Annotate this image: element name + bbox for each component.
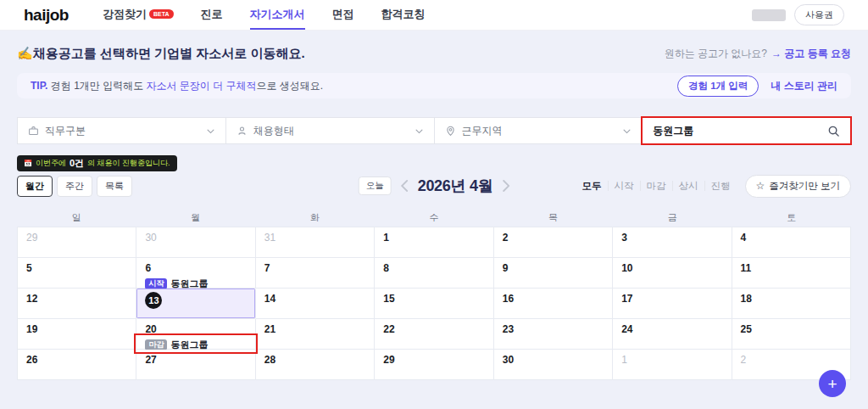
header-row: ✍️채용공고를 선택하면 기업별 자소서로 이동해요. 원하는 공고가 없나요?… — [17, 44, 851, 63]
calendar-cell[interactable]: 13 — [136, 289, 255, 319]
chevron-down-icon — [622, 126, 632, 136]
favorites-only-label: 즐겨찾기만 보기 — [769, 180, 840, 193]
status-filter-상시[interactable]: 상시 — [672, 181, 704, 191]
calendar-cell[interactable]: 28 — [256, 350, 375, 380]
calendar-cell[interactable]: 4 — [732, 227, 851, 258]
date-number: 23 — [503, 322, 612, 336]
calendar-cell[interactable]: 2 — [494, 227, 613, 258]
filter-label: 채용형태 — [253, 124, 294, 138]
calendar-cell[interactable]: 26 — [18, 350, 136, 380]
today-button[interactable]: 오늘 — [359, 176, 392, 195]
nav-item-cover-letter[interactable]: 자기소개서 — [250, 0, 305, 30]
status-filter-진행[interactable]: 진행 — [704, 181, 737, 191]
calendar-cell[interactable]: 1 — [375, 227, 493, 258]
filter-work-region[interactable]: 근무지역 — [435, 117, 643, 144]
tooltip-text-before: 이번주에 — [36, 158, 66, 169]
calendar-cell[interactable]: 12 — [18, 289, 136, 319]
next-month-icon[interactable] — [502, 180, 509, 192]
calendar-cell[interactable]: 23 — [494, 319, 613, 350]
view-button-월간[interactable]: 월간 — [17, 176, 53, 197]
calendar-cell[interactable]: 29 — [375, 350, 493, 380]
search-icon[interactable] — [827, 125, 840, 137]
date-number: 10 — [621, 261, 731, 275]
date-number: 1 — [383, 231, 492, 244]
calendar-cell[interactable]: 3 — [613, 227, 732, 258]
date-number: 17 — [621, 292, 731, 305]
day-header: 금 — [613, 208, 732, 227]
calendar-cell[interactable]: 7 — [256, 258, 375, 289]
prev-month-icon[interactable] — [401, 180, 409, 192]
nav-item-label: 합격코칭 — [381, 7, 426, 22]
filter-label: 근무지역 — [462, 124, 503, 138]
calendar-cell[interactable]: 6시작동원그룹 — [136, 258, 255, 289]
status-filter-시작[interactable]: 시작 — [608, 181, 640, 191]
calendar-cell[interactable]: 16 — [494, 289, 613, 319]
status-filter-마감[interactable]: 마감 — [640, 181, 672, 191]
tip-text: TIP. 경험 1개만 입력해도 자소서 문장이 더 구체적으로 생성돼요. — [31, 79, 323, 93]
nav-item-pass-coaching[interactable]: 합격코칭 — [381, 0, 426, 30]
date-number: 15 — [383, 292, 492, 305]
calendar-cell[interactable]: 5 — [18, 258, 136, 289]
date-number: 2 — [741, 353, 850, 367]
calendar-cell[interactable]: 8 — [375, 258, 493, 289]
top-navigation: haijob 강점찾기BETA진로자기소개서면접합격코칭 사용권 — [0, 0, 868, 31]
status-filter-모두[interactable]: 모두 — [582, 181, 608, 191]
calendar-cell[interactable]: 21 — [256, 319, 375, 350]
nav-right: 사용권 — [752, 4, 844, 25]
chevron-down-icon — [206, 126, 215, 136]
license-button[interactable]: 사용권 — [794, 4, 844, 25]
calendar-cell[interactable]: 10 — [613, 258, 732, 289]
add-button[interactable]: + — [819, 370, 846, 397]
calendar-cell[interactable]: 27 — [136, 350, 255, 380]
calendar-cell[interactable]: 22 — [375, 319, 493, 350]
calendar-cell[interactable]: 24 — [613, 319, 732, 350]
day-header: 목 — [493, 208, 613, 227]
user-name-redacted — [752, 9, 786, 21]
calendar-cell[interactable]: 25 — [732, 319, 851, 350]
calendar-cell[interactable]: 29 — [18, 227, 136, 258]
calendar-cell[interactable]: 20마감동원그룹 — [136, 319, 255, 350]
request-posting-link[interactable]: → 공고 등록 요청 — [771, 47, 851, 61]
person-icon — [236, 126, 248, 137]
tip-label: TIP. — [31, 80, 47, 92]
date-number: 4 — [741, 231, 850, 244]
search-box — [643, 117, 851, 144]
calendar-cell[interactable]: 30 — [494, 350, 613, 380]
calendar-cell[interactable]: 30 — [136, 227, 255, 258]
calendar-cell[interactable]: 31 — [256, 227, 375, 258]
calendar-cell[interactable]: 11 — [732, 258, 851, 289]
view-button-주간[interactable]: 주간 — [57, 176, 92, 197]
filter-employment-type[interactable]: 채용형태 — [226, 117, 435, 144]
date-number: 26 — [26, 353, 136, 367]
my-story-manage-button[interactable]: 내 스토리 관리 — [771, 79, 837, 93]
view-button-목록[interactable]: 목록 — [97, 176, 132, 197]
nav-item-label: 면접 — [332, 7, 354, 22]
nav-item-strengths[interactable]: 강점찾기BETA — [103, 0, 174, 30]
filter-label: 직무구분 — [45, 124, 86, 138]
logo[interactable]: haijob — [24, 6, 69, 25]
calendar-cell[interactable]: 19 — [18, 319, 136, 350]
filter-row: 직무구분채용형태근무지역 — [17, 117, 851, 144]
date-number: 9 — [503, 261, 612, 275]
calendar-cell[interactable]: 17 — [613, 289, 732, 319]
calendar-cell[interactable]: 1 — [613, 350, 732, 380]
date-number: 29 — [383, 353, 492, 367]
nav-item-label: 진로 — [201, 7, 223, 22]
search-input[interactable] — [653, 125, 827, 137]
calendar-cell[interactable]: 15 — [375, 289, 493, 319]
date-number: 13 — [145, 292, 162, 309]
favorites-only-button[interactable]: ☆ 즐겨찾기만 보기 — [745, 175, 851, 198]
day-header: 월 — [136, 208, 256, 227]
calendar-controls-row: 월간주간목록 오늘 2026년 4월 모두시작마감상시진행 ☆ 즐겨찾기만 보기 — [17, 176, 851, 196]
calendar-cell[interactable]: 9 — [494, 258, 613, 289]
date-number: 24 — [621, 322, 731, 336]
calendar-cell[interactable]: 14 — [256, 289, 375, 319]
date-number: 16 — [503, 292, 612, 305]
nav-item-career[interactable]: 진로 — [201, 0, 223, 30]
nav-item-interview[interactable]: 면접 — [332, 0, 354, 30]
tip-highlight: 자소서 문장이 더 구체적 — [146, 80, 256, 92]
calendar-cell[interactable]: 18 — [732, 289, 851, 319]
filter-job-category[interactable]: 직무구분 — [17, 117, 226, 144]
enter-experience-button[interactable]: 경험 1개 입력 — [677, 76, 759, 97]
date-number: 27 — [145, 353, 254, 367]
